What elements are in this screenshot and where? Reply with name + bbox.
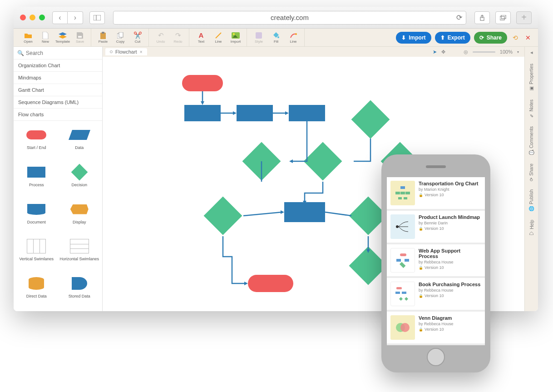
shape-display[interactable]: Display: [59, 198, 101, 234]
url-text: creately.com: [271, 14, 309, 21]
search-input[interactable]: [26, 50, 99, 56]
close-panel-icon[interactable]: ✕: [525, 34, 531, 41]
minimize-window-button[interactable]: [30, 15, 35, 20]
line-tool-button[interactable]: Line: [210, 30, 227, 46]
rail-collapse-icon[interactable]: ◂: [530, 50, 533, 55]
new-tab-button[interactable]: +: [516, 11, 532, 24]
refresh-icon: ⟳: [479, 35, 484, 41]
shape-process[interactable]: Process: [15, 161, 58, 197]
zoom-target-icon[interactable]: ◎: [464, 49, 468, 55]
zoom-slider[interactable]: [473, 51, 495, 53]
cut-button[interactable]: ✂️Cut: [129, 30, 146, 46]
lock-icon: 🔒: [419, 266, 423, 270]
url-bar[interactable]: creately.com ⟳: [113, 11, 466, 25]
style-button[interactable]: Style: [251, 30, 267, 46]
save-button[interactable]: Save: [72, 30, 88, 46]
doc-item[interactable]: Venn Diagram by Rebbeca House 🔒Version 1…: [387, 312, 485, 343]
rail-help[interactable]: 🛡Help: [529, 220, 534, 236]
svg-rect-5: [501, 15, 506, 19]
new-button[interactable]: New: [37, 30, 54, 46]
tab-flowchart[interactable]: Flowchart ×: [105, 48, 147, 55]
tabs-browser-button[interactable]: [495, 11, 511, 24]
category-flow-charts[interactable]: Flow charts: [14, 109, 102, 121]
publish-icon: 🌐: [529, 206, 534, 212]
svg-rect-4: [500, 16, 504, 20]
doc-version: 🔒Version 10: [419, 327, 481, 332]
copy-button[interactable]: Copy: [112, 30, 128, 46]
pointer-tool-icon[interactable]: ➤: [433, 49, 437, 55]
doc-version: 🔒Version 10: [419, 193, 481, 197]
doc-author: by Marion Knight: [419, 187, 481, 192]
doc-title: Product Launch Mindmap: [419, 214, 481, 220]
svg-rect-46: [400, 262, 405, 268]
svg-marker-26: [289, 159, 293, 163]
import-button[interactable]: ⬇Import: [396, 32, 431, 44]
window-controls: [20, 15, 45, 20]
rail-publish[interactable]: 🌐Publish: [529, 189, 534, 212]
reload-icon[interactable]: ⟳: [456, 13, 462, 22]
notes-icon: ✎: [529, 113, 534, 118]
zoom-controls: ➤ ✥ ◎ 100% ▾: [433, 49, 524, 55]
share-browser-button[interactable]: [474, 11, 490, 24]
category-organization-chart[interactable]: Organization Chart: [14, 60, 102, 72]
doc-author: by Bennie Darin: [419, 221, 481, 225]
zoom-dropdown-icon[interactable]: ▾: [517, 50, 519, 54]
open-button[interactable]: Open: [20, 30, 36, 46]
search-row: 🔍: [14, 47, 102, 60]
category-mindmaps[interactable]: Mindmaps: [14, 72, 102, 84]
redo-button[interactable]: ↷Redo: [170, 30, 186, 46]
shape-data[interactable]: Data: [59, 124, 101, 160]
rail-properties[interactable]: ▣Properties: [529, 64, 534, 91]
phone-home-button[interactable]: [427, 348, 445, 366]
svg-rect-12: [119, 32, 123, 37]
category-sequence-diagrams[interactable]: Sequence Diagrams (UML): [14, 96, 102, 109]
template-button[interactable]: Template: [54, 30, 71, 46]
doc-item[interactable]: Transportation Org Chart by Marion Knigh…: [387, 177, 485, 209]
nav-back-forward: ‹ ›: [52, 11, 83, 24]
tab-status-icon: [110, 50, 113, 53]
doc-thumb: [390, 315, 415, 340]
rail-share[interactable]: ⟳Share: [529, 164, 534, 181]
share-button[interactable]: ⟳Share: [474, 32, 507, 44]
undo-button[interactable]: ↶Undo: [153, 30, 169, 46]
category-gantt-chart[interactable]: Gantt Chart: [14, 84, 102, 96]
close-window-button[interactable]: [20, 15, 26, 20]
svg-point-18: [277, 36, 279, 38]
tab-close-icon[interactable]: ×: [140, 50, 143, 55]
doc-item[interactable]: Web App Support Process by Rebbeca House…: [387, 244, 485, 276]
doc-item[interactable]: Book Purchasing Process by Rebbeca House…: [387, 278, 485, 310]
shape-document[interactable]: Document: [15, 198, 58, 234]
shape-decision[interactable]: Decision: [59, 161, 101, 197]
text-tool-button[interactable]: AText: [193, 30, 209, 46]
shape-stored-data[interactable]: Stored Data: [59, 272, 101, 308]
svg-marker-29: [281, 210, 284, 214]
doc-meta: Transportation Org Chart by Marion Knigh…: [419, 181, 481, 205]
shape-start-end[interactable]: Start / End: [15, 124, 58, 160]
doc-thumb: [390, 282, 415, 306]
shape-horizontal-swimlanes[interactable]: Horizontal Swimlanes: [59, 235, 101, 271]
fill-button[interactable]: Fill: [268, 30, 284, 46]
maximize-window-button[interactable]: [39, 15, 45, 20]
shape-vertical-swimlanes[interactable]: Vertical Swimlanes: [15, 235, 58, 271]
search-icon: 🔍: [17, 50, 24, 56]
import-image-button[interactable]: Import: [227, 30, 244, 46]
rail-comments[interactable]: 💬Comments: [529, 126, 534, 155]
shape-direct-data[interactable]: Direct Data: [15, 272, 58, 308]
browser-chrome: ‹ › creately.com ⟳ +: [14, 7, 538, 29]
sync-icon[interactable]: ⟲: [513, 34, 518, 41]
lock-icon: 🔒: [419, 327, 423, 332]
lock-icon: 🔒: [419, 294, 423, 298]
doc-title: Web App Support Process: [419, 248, 481, 259]
svg-marker-51: [405, 297, 408, 301]
export-button[interactable]: ⬆Export: [435, 32, 470, 44]
pan-tool-icon[interactable]: ✥: [441, 49, 445, 55]
back-button[interactable]: ‹: [52, 11, 68, 24]
sidebar-toggle-button[interactable]: [89, 11, 105, 24]
forward-button[interactable]: ›: [68, 11, 83, 24]
svg-rect-47: [396, 287, 402, 289]
line-style-button[interactable]: Line: [285, 30, 301, 46]
paste-button[interactable]: Paste: [95, 30, 111, 46]
svg-rect-40: [398, 197, 402, 199]
rail-notes[interactable]: ✎Notes: [529, 99, 534, 118]
doc-item[interactable]: Product Launch Mindmap by Bennie Darin 🔒…: [387, 211, 485, 243]
